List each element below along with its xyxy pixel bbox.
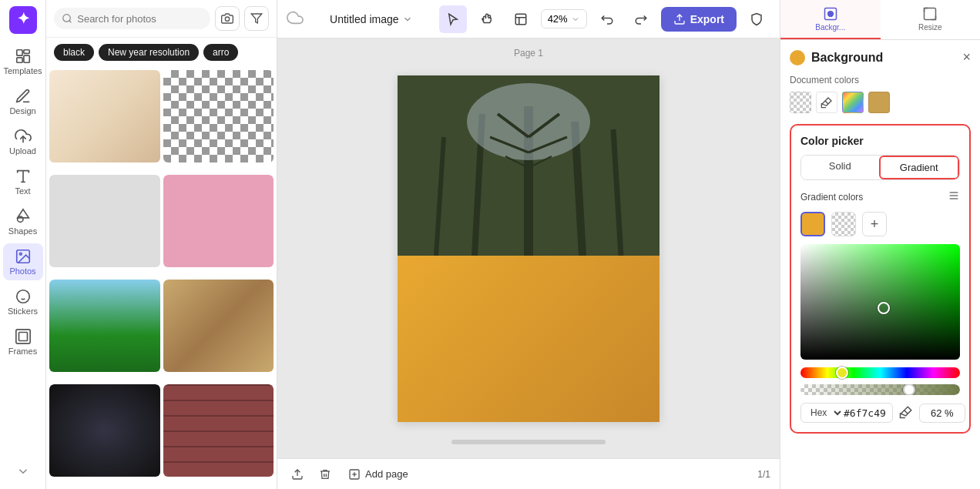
sidebar-more-chevron[interactable] xyxy=(3,460,43,483)
right-top-icons: Backgr... Resize xyxy=(780,0,980,40)
sidebar-item-shapes[interactable]: Shapes xyxy=(3,203,43,240)
svg-text:✦: ✦ xyxy=(16,10,29,27)
tag-new-year[interactable]: New year resolution xyxy=(99,44,199,61)
main-canvas-area: Untitled image 42% xyxy=(277,0,780,489)
svg-point-40 xyxy=(827,12,833,17)
export-label: Export xyxy=(690,13,724,25)
background-panel-content: Background × Document colors Color picke… xyxy=(780,40,980,489)
search-bar xyxy=(46,0,277,38)
sidebar-item-stickers[interactable]: Stickers xyxy=(3,283,43,320)
hex-input-wrap[interactable]: Hex RGB HSL #6f7c49 xyxy=(800,403,893,423)
filter-icon-btn[interactable] xyxy=(244,6,269,31)
opacity-input[interactable] xyxy=(919,404,965,423)
sidebar-item-frames[interactable]: Frames xyxy=(3,323,43,360)
list-item[interactable] xyxy=(163,175,274,276)
svg-point-13 xyxy=(16,290,29,303)
gradient-options-btn[interactable] xyxy=(948,189,960,204)
cloud-save-icon[interactable] xyxy=(287,9,304,29)
search-icon xyxy=(62,12,72,25)
svg-rect-3 xyxy=(23,50,29,54)
redo-btn[interactable] xyxy=(627,5,655,33)
toolbar-left xyxy=(287,9,304,29)
list-item[interactable] xyxy=(49,280,160,381)
toolbar-right: 42% Export xyxy=(439,5,770,33)
cursor-tool-btn[interactable] xyxy=(439,5,467,33)
svg-point-12 xyxy=(19,253,22,255)
opacity-slider[interactable] xyxy=(800,384,960,395)
spectrum-bg xyxy=(800,244,960,360)
sidebar-label-upload: Upload xyxy=(9,146,36,156)
chevron-down-icon xyxy=(402,14,413,25)
tag-arrow[interactable]: arro xyxy=(203,44,238,61)
svg-rect-41 xyxy=(925,8,936,20)
hex-opacity-row: Hex RGB HSL #6f7c49 xyxy=(800,403,960,423)
photo-grid xyxy=(46,67,277,489)
color-swatch-rainbow[interactable] xyxy=(842,92,864,113)
list-item[interactable] xyxy=(49,70,160,172)
gradient-swatches: + xyxy=(800,212,960,236)
list-item[interactable] xyxy=(163,280,274,381)
doc-title-text: Untitled image xyxy=(330,13,399,25)
sidebar-item-text[interactable]: Text xyxy=(3,163,43,200)
app-logo[interactable]: ✦ xyxy=(9,6,37,34)
add-page-btn[interactable]: Add page xyxy=(342,465,414,484)
tab-gradient[interactable]: Gradient xyxy=(879,156,960,179)
svg-point-28 xyxy=(467,83,590,160)
color-swatch-transparent[interactable] xyxy=(790,92,811,113)
canvas-scrollbar[interactable] xyxy=(451,440,606,444)
canvas-page[interactable] xyxy=(398,75,659,422)
sidebar-item-upload[interactable]: Upload xyxy=(3,123,43,160)
color-swatch-eyedropper[interactable] xyxy=(816,92,837,113)
sidebar-label-text: Text xyxy=(15,186,30,196)
zoom-control[interactable]: 42% xyxy=(541,9,587,28)
color-swatch-gold[interactable] xyxy=(868,92,890,113)
gradient-swatch-2[interactable] xyxy=(831,212,856,236)
gradient-swatch-1[interactable] xyxy=(800,212,825,236)
top-toolbar: Untitled image 42% xyxy=(277,0,780,39)
sidebar-item-design[interactable]: Design xyxy=(3,83,43,120)
photo-panel: black New year resolution arro xyxy=(46,0,277,489)
right-panel: Backgr... Resize Background × Document c… xyxy=(780,0,980,489)
doc-colors-label: Document colors xyxy=(790,75,971,85)
background-tab-label: Backgr... xyxy=(815,23,845,32)
list-item[interactable] xyxy=(49,175,160,276)
undo-btn[interactable] xyxy=(593,5,621,33)
list-item[interactable] xyxy=(163,384,274,486)
zoom-level: 42% xyxy=(548,13,568,25)
color-picker-box: Color picker Solid Gradient Gradient col… xyxy=(790,124,971,434)
bottom-toolbar: Add page 1/1 xyxy=(277,458,780,489)
background-tab[interactable]: Backgr... xyxy=(780,0,881,39)
shield-icon-btn[interactable] xyxy=(743,5,770,33)
search-input[interactable] xyxy=(77,13,203,25)
close-panel-btn[interactable]: × xyxy=(962,49,971,65)
resize-tab[interactable]: Resize xyxy=(881,0,981,39)
sidebar-label-frames: Frames xyxy=(8,347,37,356)
sidebar-item-photos[interactable]: Photos xyxy=(3,243,43,280)
tag-black[interactable]: black xyxy=(54,44,94,61)
sidebar-label-stickers: Stickers xyxy=(8,306,38,316)
sidebar-item-templates[interactable]: Templates xyxy=(3,43,43,80)
eyedropper-btn[interactable] xyxy=(899,405,913,421)
color-spectrum[interactable] xyxy=(800,244,960,360)
camera-icon-btn[interactable] xyxy=(215,6,240,31)
list-item[interactable] xyxy=(49,384,160,486)
gradient-colors-label: Gradient colors xyxy=(800,192,941,203)
doc-title-area[interactable]: Untitled image xyxy=(330,13,413,25)
hand-tool-btn[interactable] xyxy=(473,5,501,33)
opacity-gradient xyxy=(800,384,960,395)
bg-panel-title-text: Background xyxy=(811,51,883,65)
tab-solid[interactable]: Solid xyxy=(801,156,879,179)
doc-colors-row xyxy=(790,92,971,113)
export-btn[interactable]: Export xyxy=(661,7,737,32)
upload-icon-btn[interactable] xyxy=(287,464,308,485)
list-item[interactable] xyxy=(163,70,274,172)
gradient-add-btn[interactable]: + xyxy=(862,212,887,236)
hue-slider[interactable] xyxy=(800,367,960,378)
search-input-wrap[interactable] xyxy=(54,8,210,29)
layout-btn[interactable] xyxy=(507,5,535,33)
trash-btn[interactable] xyxy=(314,464,336,485)
svg-rect-15 xyxy=(18,333,27,341)
hue-thumb xyxy=(836,367,848,379)
hex-format-select[interactable]: Hex RGB HSL xyxy=(807,407,844,419)
svg-rect-20 xyxy=(515,14,526,25)
